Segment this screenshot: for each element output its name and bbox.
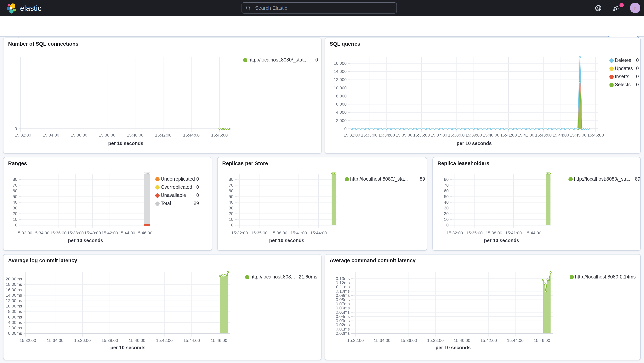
legend-item-deletes[interactable]: Deletes0: [325, 58, 640, 64]
chart-sql-connections[interactable]: 015:32:0015:34:0015:36:0015:38:0015:40:0…: [4, 38, 321, 153]
svg-text:15:40:00: 15:40:00: [454, 338, 470, 343]
legend-series-dot: [345, 177, 349, 181]
legend-value: 0: [612, 58, 639, 63]
svg-text:12.00ms: 12.00ms: [6, 298, 22, 303]
panel-title: Replicas per Store: [222, 161, 268, 166]
panel-title: Average log commit latency: [8, 258, 77, 263]
legend-series-dot: [243, 58, 247, 62]
chart-sql-queries[interactable]: 02,0004,0006,0008,00010,00012,00014,0001…: [325, 38, 640, 153]
legend-item-updates[interactable]: Updates0: [325, 66, 640, 72]
svg-text:15:35:00: 15:35:00: [251, 230, 268, 235]
svg-text:15:38:00: 15:38:00: [102, 338, 118, 343]
panel-title: Average command commit latency: [330, 258, 416, 263]
svg-text:15:42:00: 15:42:00: [155, 133, 172, 138]
legend-item-http-localhost-8080-sta-[interactable]: http://localhost:8080/_sta...89: [433, 176, 640, 182]
svg-text:15:32:00: 15:32:00: [347, 338, 364, 343]
brand-text: elastic: [20, 4, 42, 13]
newsfeed-icon[interactable]: [612, 5, 620, 12]
svg-text:0.09ms: 0.09ms: [336, 293, 350, 298]
svg-text:15:34:00: 15:34:00: [378, 133, 395, 138]
svg-text:15:32:00: 15:32:00: [446, 230, 463, 235]
svg-text:15:38:00: 15:38:00: [67, 230, 84, 235]
svg-text:per 10 seconds: per 10 seconds: [436, 345, 471, 350]
legend-series-dot: [570, 275, 574, 279]
svg-text:20: 20: [13, 211, 18, 216]
svg-text:0: 0: [15, 126, 17, 131]
svg-text:15:38:00: 15:38:00: [486, 230, 502, 235]
chart-replica-leaseholders[interactable]: 0102030405060708015:32:0015:35:0015:38:0…: [433, 157, 640, 250]
chart-canvas-replicas_per_store: 0102030405060708015:32:0015:35:0015:38:0…: [218, 157, 427, 250]
svg-text:per 10 seconds: per 10 seconds: [110, 345, 146, 350]
svg-text:20: 20: [229, 211, 234, 216]
avatar-initial: r: [634, 5, 636, 11]
legend-series-dot: [245, 275, 249, 279]
legend-item-http-localhost-808-[interactable]: http://localhost:808...21.60ms: [4, 274, 321, 280]
svg-text:15:36:00: 15:36:00: [50, 230, 67, 235]
svg-text:15:36:00: 15:36:00: [413, 133, 430, 138]
legend-item-unavailable[interactable]: Unavailable0: [4, 193, 212, 198]
svg-text:15:39:00: 15:39:00: [466, 133, 482, 138]
legend-series-dot: [568, 177, 573, 181]
legend-value: 0: [172, 184, 199, 190]
user-avatar[interactable]: r: [630, 3, 640, 13]
panel-average-command-commit-latency: 0.00ms0.01ms0.02ms0.03ms0.04ms0.05ms0.06…: [324, 254, 641, 360]
svg-text:15:37:00: 15:37:00: [431, 133, 447, 138]
svg-text:2.00ms: 2.00ms: [8, 325, 22, 330]
svg-text:6,000: 6,000: [336, 102, 347, 107]
legend-series-dot: [155, 185, 160, 190]
panel-number-of-sql-connections: 015:32:0015:34:0015:36:0015:38:0015:40:0…: [3, 38, 322, 154]
panel-title: Ranges: [8, 161, 27, 166]
chart-canvas-avg_log_commit_latency: 0.00ms2.00ms4.00ms6.00ms8.00ms10.00ms12.…: [4, 254, 321, 360]
global-search[interactable]: [242, 2, 397, 14]
legend-value: 0: [172, 176, 199, 182]
legend-series-dot: [155, 193, 160, 198]
svg-text:0.10ms: 0.10ms: [336, 289, 350, 293]
legend-series-dot: [155, 202, 160, 206]
svg-text:15:42:00: 15:42:00: [480, 338, 497, 343]
chart-replicas-per-store[interactable]: 0102030405060708015:32:0015:35:0015:38:0…: [218, 157, 427, 250]
legend-item-http-localhost-8080-sta-[interactable]: http://localhost:8080/_sta...89: [218, 176, 427, 182]
svg-text:50: 50: [229, 194, 234, 199]
svg-text:15:36:00: 15:36:00: [71, 133, 87, 138]
svg-text:0.05ms: 0.05ms: [336, 310, 350, 315]
chart-avg-command-commit-latency[interactable]: 0.00ms0.01ms0.02ms0.03ms0.04ms0.05ms0.06…: [325, 254, 640, 360]
svg-text:0.12ms: 0.12ms: [336, 280, 350, 285]
svg-text:15:35:00: 15:35:00: [396, 133, 412, 138]
legend-item-selects[interactable]: Selects0: [325, 82, 640, 88]
svg-text:70: 70: [444, 183, 449, 188]
svg-text:15:32:00: 15:32:00: [15, 133, 31, 138]
legend-item-overreplicated[interactable]: Overreplicated0: [4, 184, 212, 190]
svg-text:0: 0: [446, 223, 449, 227]
svg-text:15:41:00: 15:41:00: [505, 230, 522, 235]
svg-text:15:44:00: 15:44:00: [310, 230, 327, 235]
legend-value: 89: [398, 176, 425, 182]
legend-item-underreplicated[interactable]: Underreplicated0: [4, 176, 212, 182]
panel-average-log-commit-latency: 0.00ms2.00ms4.00ms6.00ms8.00ms10.00ms12.…: [3, 254, 322, 360]
elastic-brand[interactable]: elastic: [6, 3, 42, 14]
chart-avg-log-commit-latency[interactable]: 0.00ms2.00ms4.00ms6.00ms8.00ms10.00ms12.…: [4, 254, 321, 360]
legend-value: 89: [172, 201, 199, 206]
legend-value: 0: [172, 193, 199, 198]
legend-value: 89: [613, 176, 640, 182]
svg-text:per 10 seconds: per 10 seconds: [456, 141, 492, 146]
svg-text:15:38:00: 15:38:00: [427, 338, 444, 343]
legend-value: 21.60ms: [290, 274, 317, 280]
svg-text:10.00ms: 10.00ms: [6, 304, 22, 308]
legend-item-inserts[interactable]: Inserts0: [325, 74, 640, 80]
legend-item-total[interactable]: Total89: [4, 201, 212, 207]
chart-canvas-sql_connections: 015:32:0015:34:0015:36:0015:38:0015:40:0…: [4, 38, 321, 153]
svg-text:15:41:00: 15:41:00: [290, 230, 307, 235]
svg-text:15:46:00: 15:46:00: [211, 338, 228, 343]
svg-text:60: 60: [229, 188, 234, 193]
svg-text:15:33:00: 15:33:00: [361, 133, 378, 138]
svg-text:0.11ms: 0.11ms: [336, 284, 350, 289]
kibana-dashboard-app: elastic r: [0, 0, 644, 363]
search-input[interactable]: [254, 5, 392, 11]
panel-ranges: 0102030405060708015:32:0015:34:0015:36:0…: [3, 157, 212, 251]
elastic-logo-icon: [6, 3, 17, 14]
legend-item-http-localhost-8080-[interactable]: http://localhost:8080...0.14ms: [325, 274, 640, 280]
svg-text:15:46:00: 15:46:00: [588, 133, 604, 138]
help-icon[interactable]: [595, 5, 602, 12]
legend-item-http-localhost-8080-stat-[interactable]: http://localhost:8080/_stat...0: [4, 57, 321, 63]
legend-value: 0: [291, 57, 318, 63]
